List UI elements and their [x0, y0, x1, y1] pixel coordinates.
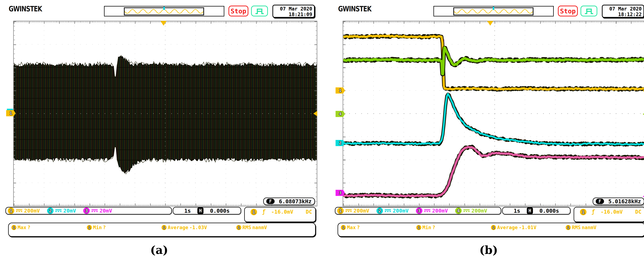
preview-trigger-marker[interactable] [163, 7, 165, 10]
measurement-label: Average [168, 225, 188, 230]
preview-window [453, 7, 534, 15]
datetime-box: 07 Mar 2020 18:12:22 [602, 5, 644, 18]
measurement-label: Average [497, 225, 518, 230]
channel-3-readout[interactable]: 3200mV [416, 207, 448, 214]
timebase-bar[interactable]: 1s H 0.000s [502, 207, 570, 215]
measurement-min: 1Min? [87, 225, 106, 230]
measurement-channel-badge: 1 [87, 225, 92, 230]
measurement-value: ? [103, 225, 106, 230]
dc-coupling-icon [16, 209, 22, 212]
frequency-icon: F [596, 199, 604, 204]
channel-bar: 1200mV220mV320mV [6, 207, 172, 215]
preview-window [124, 7, 204, 15]
channel-scale: 200mV [432, 208, 448, 214]
datetime-box: 07 Mar 2020 18:21:09 [272, 5, 315, 18]
channel-2-position-marker[interactable]: 2 [336, 140, 345, 146]
channel-2-readout[interactable]: 2200mV [376, 207, 408, 214]
figure-label-a: (a) [0, 244, 318, 257]
channel-badge: 4 [455, 207, 462, 214]
channel-scale: 200mV [24, 208, 40, 214]
measurement-channel-badge: 1 [491, 225, 496, 230]
date-text: 07 Mar 2020 [604, 6, 642, 11]
trigger-level: -16.0mV [271, 209, 293, 215]
measurement-average: 1Average-1.03V [162, 225, 207, 230]
measurement-label: Min [422, 225, 431, 230]
timebase-bar[interactable]: 1s H 0.000s [173, 207, 241, 215]
preview-trigger-marker[interactable] [493, 7, 494, 10]
measurement-max: 1Max? [341, 225, 360, 230]
brand-logo: GWINSTEK [9, 5, 42, 13]
trigger-info-box[interactable]: 1 -16.0mV DC [574, 207, 644, 222]
measurement-channel-badge: 1 [162, 225, 166, 230]
channel-badge: 2 [47, 207, 54, 214]
run-state-button[interactable]: Stop [558, 5, 578, 16]
dc-coupling-icon [55, 209, 62, 212]
dc-coupling-icon [346, 209, 352, 212]
channel-scale: 20mV [63, 208, 76, 214]
frequency-value: 5.01628kHz [608, 198, 641, 205]
channel-scale: 200mV [472, 208, 487, 214]
channel-1-readout[interactable]: 1200mV [337, 207, 369, 214]
measurement-value: -1.03V [190, 225, 207, 230]
waveform-layer [343, 21, 644, 206]
horizontal-icon: H [197, 207, 204, 214]
trace-under-ch1 [343, 35, 644, 90]
channel-1-readout[interactable]: 1200mV [8, 207, 40, 214]
trigger-level: -16.0mV [600, 209, 623, 215]
channel-badge: 1 [8, 207, 14, 214]
measurement-min: 1Min? [416, 225, 435, 230]
pulse-glyph-icon [584, 7, 594, 15]
oscilloscope-panel-b: GWINSTEK Stop 07 Mar 2020 18:12:22 F [330, 0, 644, 264]
acquisition-preview [434, 6, 554, 16]
channel-scale: 20mV [100, 208, 112, 214]
channel-scale: 200mV [354, 208, 369, 214]
time-text: 18:21:09 [275, 11, 312, 17]
channel-badge: 3 [416, 207, 422, 214]
trace-ch4 [343, 48, 644, 74]
figure-canvas: GWINSTEK Stop 07 Mar 2020 18:21:09 F [0, 0, 644, 264]
run-state-button[interactable]: Stop [228, 5, 248, 16]
measurement-value: -1.01V [519, 225, 536, 230]
dc-coupling-icon [464, 209, 470, 212]
measurement-channel-badge: 1 [12, 225, 16, 230]
measurement-value: nanmV [252, 225, 267, 230]
figure-label-b: (b) [330, 244, 644, 257]
dc-coupling-icon [424, 209, 430, 212]
channel-1-position-marker[interactable]: 1 [336, 87, 345, 94]
measurement-rms: 1RMSnanmV [236, 225, 267, 230]
graticule: F 5.01628kHz 1423 [342, 21, 644, 206]
measurement-channel-badge: 1 [236, 225, 241, 230]
dc-coupling-icon [92, 209, 98, 212]
trigger-coupling: DC [635, 209, 642, 215]
horizontal-position: 0.000s [540, 208, 559, 214]
oscilloscope-panel-a: GWINSTEK Stop 07 Mar 2020 18:21:09 F [0, 0, 318, 264]
channel-badge: 3 [83, 207, 90, 214]
trigger-source-badge: 1 [250, 209, 257, 215]
channel-badge: 2 [376, 207, 383, 214]
measurement-value: ? [28, 225, 30, 230]
channel-3-readout[interactable]: 320mV [83, 207, 112, 214]
channel-4-position-marker[interactable]: 4 [336, 111, 345, 117]
trace-ch3 [343, 147, 644, 196]
horizontal-icon: H [527, 207, 533, 214]
channel-4-readout[interactable]: 4200mV [455, 207, 487, 214]
date-text: 07 Mar 2020 [275, 6, 312, 11]
pulse-mode-icon[interactable] [580, 5, 597, 16]
channel-scale: 200mV [393, 208, 408, 214]
measurement-box: 1Max?1Min?1Average-1.03V1RMSnanmV [8, 223, 316, 237]
dc-coupling-icon [385, 209, 391, 212]
brand-logo: GWINSTEK [338, 5, 371, 13]
frequency-value: 6.08073kHz [278, 198, 312, 205]
trigger-source-badge: 1 [580, 209, 586, 215]
waveform-layer [14, 21, 317, 206]
measurement-label: Min [93, 225, 102, 230]
pulse-mode-icon[interactable] [251, 5, 268, 16]
frequency-readout: F 5.01628kHz [592, 198, 644, 205]
trigger-info-box[interactable]: 1 -16.0mV DC [244, 207, 316, 222]
channel-1-position-marker[interactable]: 1 [6, 110, 16, 116]
channel-3-position-marker[interactable]: 3 [336, 190, 345, 196]
trace-ch2 [343, 94, 644, 145]
frequency-readout: F 6.08073kHz [263, 198, 315, 205]
measurement-label: RMS [242, 225, 251, 230]
channel-2-readout[interactable]: 220mV [47, 207, 76, 214]
